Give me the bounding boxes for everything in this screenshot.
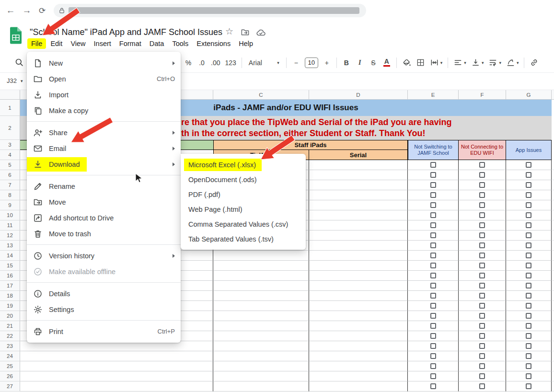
menubar-item-edit[interactable]: Edit [46,38,66,49]
checkbox[interactable] [526,283,531,288]
checkbox[interactable] [526,202,531,208]
cell-d[interactable] [309,251,408,261]
cell-f[interactable] [459,291,506,301]
cell-h-sliver[interactable] [552,381,554,392]
cell-e[interactable] [408,371,459,381]
cell-g[interactable] [506,311,552,321]
row-header-10[interactable]: 10 [0,210,20,220]
cell-h-sliver[interactable] [552,220,554,231]
checkbox[interactable] [479,343,485,349]
cell-f[interactable] [459,331,506,341]
cell-d[interactable] [309,381,408,392]
cell-e[interactable] [408,271,459,281]
text-wrap-button[interactable]: ▾ [486,56,503,69]
cell-c[interactable] [213,381,309,392]
column-header-e[interactable]: E [408,90,459,99]
checkbox[interactable] [526,343,531,349]
menubar-item-extensions[interactable]: Extensions [193,38,234,49]
cell-d[interactable] [309,160,408,170]
text-rotation-button[interactable]: ▾ [504,56,521,69]
cell-f[interactable] [459,180,506,190]
cell-h-sliver[interactable] [552,351,554,361]
cell-e[interactable] [408,341,459,351]
not-switching-header-cell[interactable]: Not Switching to JAMF School [408,140,459,160]
checkbox[interactable] [479,383,485,389]
cell-h-sliver[interactable] [552,341,554,351]
row-header-26[interactable]: 26 [0,371,20,381]
checkbox[interactable] [430,182,436,188]
cell-g[interactable] [506,271,552,281]
row-header-22[interactable]: 22 [0,331,20,341]
cell-d[interactable] [309,291,408,301]
cell-d[interactable] [309,271,408,281]
checkbox[interactable] [430,323,436,329]
cell-d[interactable] [309,321,408,331]
cell-g[interactable] [506,180,552,190]
back-button[interactable]: ← [4,4,17,17]
row-header-27[interactable]: 27 [0,381,20,392]
checkbox[interactable] [526,313,531,319]
checkbox[interactable] [430,212,436,218]
serial-header-cell[interactable]: Serial [309,150,408,160]
checkbox[interactable] [479,283,485,288]
menubar-item-tools[interactable]: Tools [168,38,192,49]
checkbox[interactable] [430,303,436,309]
row-header-19[interactable]: 19 [0,301,20,311]
cell-e[interactable] [408,331,459,341]
cell-c[interactable] [213,261,309,271]
cell-e[interactable] [408,291,459,301]
row-header-8[interactable]: 8 [0,190,20,200]
cell-h-sliver[interactable] [552,281,554,291]
cell-f[interactable] [459,361,506,371]
cell-d[interactable] [309,241,408,251]
app-issues-header-cell[interactable]: App Issues [506,140,552,160]
cell-c[interactable] [213,371,309,381]
menu-item-details[interactable]: Details [27,286,181,301]
cell-d[interactable] [309,311,408,321]
checkbox[interactable] [430,363,436,369]
submenu-item-web-page-html[interactable]: Web Page (.html) [181,202,306,217]
cell-g[interactable] [506,170,552,180]
checkbox[interactable] [430,353,436,359]
cell-c[interactable] [213,361,309,371]
cell-f[interactable] [459,160,506,170]
menubar-item-file[interactable]: File [27,38,46,49]
submenu-item-pdf-pdf[interactable]: PDF (.pdf) [181,187,306,202]
checkbox[interactable] [430,383,436,389]
checkbox[interactable] [526,293,531,299]
checkbox[interactable] [430,232,436,238]
checkbox[interactable] [479,263,485,268]
menu-item-new[interactable]: New [27,55,181,71]
cell-e[interactable] [408,190,459,200]
merge-cells-button[interactable]: ▾ [428,56,445,69]
checkbox[interactable] [526,353,531,359]
cell-e[interactable] [408,180,459,190]
cell-f[interactable] [459,251,506,261]
cell-g[interactable] [506,281,552,291]
cell-ab[interactable] [20,351,213,361]
address-bar[interactable] [54,4,366,17]
cell-c[interactable] [213,341,309,351]
cell-c[interactable] [213,271,309,281]
percent-format-button[interactable]: % [182,56,195,69]
cell-c[interactable] [213,331,309,341]
checkbox[interactable] [479,313,485,319]
cell-g[interactable] [506,361,552,371]
checkbox[interactable] [479,293,485,299]
checkbox[interactable] [479,162,485,168]
horizontal-align-button[interactable]: ▾ [451,56,468,69]
cell-g[interactable] [506,220,552,231]
cell-h-sliver[interactable] [552,371,554,381]
checkbox[interactable] [479,212,485,218]
cell-c[interactable] [213,291,309,301]
submenu-item-opendocument-ods[interactable]: OpenDocument (.ods) [181,172,306,187]
checkbox[interactable] [526,303,531,309]
decrease-font-size-button[interactable]: − [290,56,302,69]
cell-d[interactable] [309,210,408,220]
cell-f[interactable] [459,271,506,281]
cell-c[interactable] [213,251,309,261]
staff-ipads-header-cell[interactable]: Staff iPads [213,140,408,150]
menu-item-add-shortcut-to-drive[interactable]: Add shortcut to Drive [27,210,181,226]
cell-e[interactable] [408,381,459,392]
cell-g[interactable] [506,200,552,210]
